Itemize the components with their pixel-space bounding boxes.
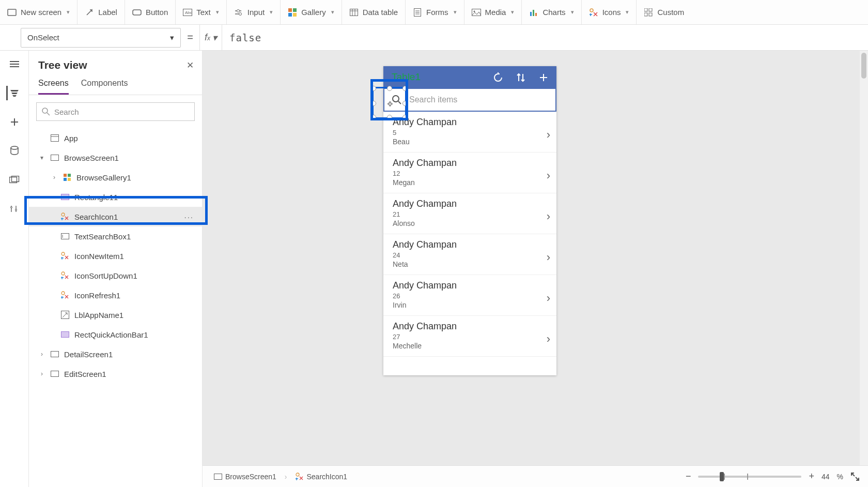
property-selector[interactable]: OnSelect ▾ [21, 28, 181, 48]
tree-item-edit-screen[interactable]: › EditScreen1 [29, 364, 202, 384]
gallery-item-number: 26 [393, 292, 549, 300]
input-label: Input [247, 8, 265, 17]
tree-list: App ▾ BrowseScreen1 › BrowseGallery1 Rec… [29, 128, 202, 487]
scrollbar-thumb[interactable] [861, 53, 866, 79]
tree-item-browse-screen[interactable]: ▾ BrowseScreen1 [29, 148, 202, 168]
chevron-down-icon: ▾ [331, 9, 334, 16]
zoom-value: 44 [822, 473, 830, 481]
svg-rect-8 [288, 8, 292, 12]
svg-rect-26 [644, 8, 647, 11]
svg-rect-48 [68, 174, 71, 177]
input-button[interactable]: Input ▾ [227, 0, 281, 24]
text-button[interactable]: Abc Text ▾ [176, 0, 227, 24]
search-row: Search items [383, 88, 556, 112]
svg-rect-60 [51, 352, 59, 357]
tree-item-search-icon[interactable]: SearchIcon1 ··· [29, 207, 202, 226]
breadcrumb-screen[interactable]: BrowseScreen1 [211, 470, 280, 483]
media-rail-icon[interactable] [7, 173, 22, 187]
gallery-button[interactable]: Gallery ▾ [281, 0, 342, 24]
add-icon[interactable] [7, 115, 22, 129]
tree-label: IconSortUpDown1 [74, 271, 137, 280]
variables-icon[interactable] [7, 202, 22, 216]
gallery-item-sub: Megan [393, 178, 549, 187]
gallery-item-sub: Alonso [393, 219, 549, 227]
tree-search-input[interactable]: Search [36, 102, 195, 121]
chevron-down-icon: ▾ [270, 9, 273, 16]
new-screen-button[interactable]: New screen ▾ [0, 0, 78, 24]
icons-icon [296, 473, 304, 481]
tree-item-detail-screen[interactable]: › DetailScreen1 [29, 344, 202, 364]
tree-item-icon-sort[interactable]: IconSortUpDown1 [29, 266, 202, 285]
charts-button[interactable]: Charts ▾ [522, 0, 581, 24]
tree-item-browse-gallery[interactable]: › BrowseGallery1 [29, 168, 202, 187]
tree-item-app[interactable]: App [29, 128, 202, 148]
forms-button[interactable]: Forms ▾ [406, 0, 464, 24]
custom-button[interactable]: Custom [637, 0, 691, 24]
custom-label: Custom [657, 8, 684, 17]
gallery-item-number: 21 [393, 210, 549, 218]
add-icon[interactable] [538, 72, 549, 83]
zoom-slider[interactable] [698, 476, 801, 478]
tree-item-icon-new-item[interactable]: IconNewItem1 [29, 246, 202, 266]
gallery-item[interactable]: Andy Champan21Alonso› [383, 193, 556, 234]
gallery-item-name: Andy Champan [393, 158, 549, 169]
tree-item-text-search-box[interactable]: TextSearchBox1 [29, 226, 202, 246]
tree-item-rect-quick-action[interactable]: RectQuickActionBar1 [29, 325, 202, 344]
gallery-item[interactable]: Andy Champan5Beau› [383, 112, 556, 153]
tab-components[interactable]: Components [81, 79, 128, 95]
chevron-right-icon[interactable]: › [38, 370, 45, 377]
formula-bar: OnSelect ▾ = fx ▾ false [0, 25, 868, 51]
tab-screens[interactable]: Screens [38, 79, 69, 95]
canvas[interactable]: Table1 Search items Andy Champan5Beau›An… [203, 51, 868, 487]
tree-item-icon-refresh[interactable]: IconRefresh1 [29, 285, 202, 305]
insert-toolbar: New screen ▾ Label Button Abc Text ▾ Inp… [0, 0, 868, 25]
svg-rect-10 [288, 13, 292, 17]
breadcrumb-control[interactable]: SearchIcon1 [292, 470, 351, 483]
hamburger-icon[interactable] [7, 57, 22, 71]
zoom-thumb[interactable] [720, 472, 724, 481]
breadcrumb-label: BrowseScreen1 [225, 473, 276, 481]
close-icon[interactable]: ✕ [187, 60, 194, 71]
expand-icon[interactable] [850, 472, 860, 481]
chevron-right-icon[interactable]: › [38, 351, 45, 358]
gallery-item-number: 27 [393, 333, 549, 341]
icons-button[interactable]: Icons ▾ [582, 0, 637, 24]
gallery-item[interactable]: Andy Champan27Mechelle› [383, 316, 556, 357]
chevron-right-icon[interactable]: › [51, 174, 58, 181]
zoom-out-button[interactable]: − [686, 471, 691, 482]
sort-icon[interactable] [515, 72, 526, 83]
formula-input[interactable]: false [222, 32, 868, 43]
refresh-icon[interactable] [492, 72, 504, 83]
icons-icon [60, 212, 70, 221]
search-icon-control[interactable] [384, 89, 409, 111]
svg-rect-28 [644, 13, 647, 16]
tree-item-rectangle11[interactable]: Rectangle11 [29, 187, 202, 207]
chevron-down-icon: ▾ [626, 9, 629, 16]
tree-search-placeholder: Search [54, 108, 79, 116]
chevron-down-icon[interactable]: ▾ [38, 154, 45, 161]
media-button[interactable]: Media ▾ [464, 0, 522, 24]
canvas-scrollbar[interactable] [860, 51, 868, 465]
icons-icon [60, 291, 70, 299]
more-icon[interactable]: ··· [184, 212, 194, 221]
svg-point-25 [590, 9, 593, 12]
screen-icon [7, 8, 17, 17]
breadcrumb-label: SearchIcon1 [307, 473, 348, 481]
search-items-input[interactable]: Search items [409, 89, 555, 111]
svg-rect-29 [649, 13, 652, 16]
fx-button[interactable]: fx ▾ [199, 25, 222, 51]
gallery-item[interactable]: Andy Champan26Irvin› [383, 275, 556, 316]
tree-view-icon[interactable] [6, 86, 21, 100]
gallery-item[interactable]: Andy Champan12Megan› [383, 153, 556, 193]
button-button[interactable]: Button [125, 0, 176, 24]
zoom-in-button[interactable]: + [809, 471, 814, 482]
icons-icon [60, 271, 70, 280]
gallery-item[interactable]: Andy Champan24Neta› [383, 234, 556, 275]
label-button[interactable]: Label [78, 0, 125, 24]
chevron-down-icon: ▾ [571, 9, 574, 16]
data-icon[interactable] [7, 144, 22, 158]
chevron-right-icon: › [547, 210, 550, 223]
gallery-item-name: Andy Champan [393, 117, 549, 128]
tree-item-lbl-app-name[interactable]: LblAppName1 [29, 305, 202, 325]
data-table-button[interactable]: Data table [342, 0, 406, 24]
